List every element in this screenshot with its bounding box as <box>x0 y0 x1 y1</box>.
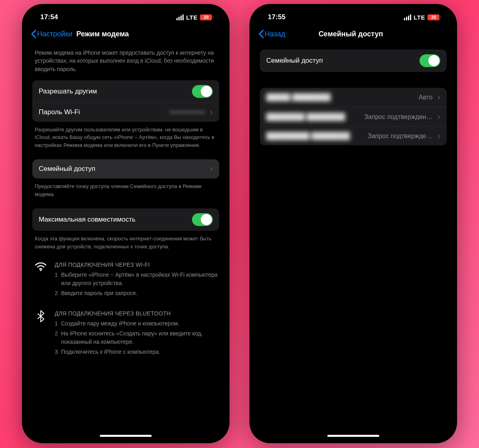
page-title: Режим модема <box>76 30 219 38</box>
member-status: Запрос подтвержден… <box>364 113 432 121</box>
phone-right: 17:55 LTE 20 Назад Семейный доступ Семей… <box>249 4 457 443</box>
chevron-right-icon: › <box>437 132 440 141</box>
instr-wifi: ДЛЯ ПОДКЛЮЧЕНИЯ ЧЕРЕЗ WI-FI Выберите «iP… <box>32 261 219 299</box>
chevron-right-icon: › <box>210 165 213 173</box>
bt-instr-step: Подключитесь к iPhone с компьютера. <box>55 348 218 356</box>
group-family: Семейный доступ › <box>32 159 219 178</box>
svg-point-0 <box>40 270 42 271</box>
wifi-instr-step: Выберите «iPhone ~ Артём» в настройках W… <box>55 271 218 287</box>
nav-bar: Назад Семейный доступ <box>253 27 454 42</box>
network-label: LTE <box>414 14 425 21</box>
chevron-right-icon: › <box>437 93 440 102</box>
allow-footer: Разрешайте другим пользователям или устр… <box>32 122 219 149</box>
group-members: █████ ████████ Авто › ████████ ████████ … <box>260 88 447 145</box>
signal-icon <box>404 14 411 20</box>
bt-instr-head: ДЛЯ ПОДКЛЮЧЕНИЯ ЧЕРЕЗ BLUETOOTH <box>55 309 218 318</box>
member-status: Авто <box>419 94 433 101</box>
wifi-password-value: •••••••••••••••• <box>169 109 205 116</box>
status-time: 17:55 <box>268 13 285 21</box>
wifi-password-label: Пароль Wi-Fi <box>39 108 165 116</box>
battery-level: 20 <box>428 14 439 20</box>
battery-level: 20 <box>200 14 212 20</box>
row-member[interactable]: ████████ ████████ Запрос подтвержден… › <box>260 107 447 126</box>
wifi-icon <box>34 261 48 299</box>
compat-footer: Когда эта функция включена, скорость инт… <box>32 231 219 250</box>
row-wifi-password[interactable]: Пароль Wi-Fi •••••••••••••••• › <box>32 103 219 122</box>
status-bar: 17:54 LTE 20 <box>25 7 226 27</box>
home-indicator[interactable] <box>327 435 379 437</box>
row-member[interactable]: █████████ ████████ Запрос подтвержде… › <box>260 126 447 145</box>
network-label: LTE <box>186 14 198 21</box>
family-toggle[interactable] <box>420 54 440 67</box>
member-name: ████████ ████████ <box>266 113 345 121</box>
chevron-right-icon: › <box>437 113 440 121</box>
row-family-toggle[interactable]: Семейный доступ <box>260 50 447 72</box>
member-status: Запрос подтвержде… <box>368 133 432 140</box>
home-indicator[interactable] <box>100 435 152 437</box>
back-label: Настройки <box>37 30 72 38</box>
wifi-instr-head: ДЛЯ ПОДКЛЮЧЕНИЯ ЧЕРЕЗ WI-FI <box>55 261 218 269</box>
status-time: 17:54 <box>40 13 58 21</box>
intro-text: Режим модема на iPhone может предоставит… <box>32 42 219 80</box>
allow-others-label: Разрешать другим <box>39 87 188 95</box>
chevron-left-icon <box>258 30 264 38</box>
group-family-toggle: Семейный доступ <box>260 50 447 72</box>
compat-label: Максимальная совместимость <box>39 216 188 224</box>
nav-bar: Настройки Режим модема <box>25 27 226 42</box>
chevron-left-icon <box>31 30 36 38</box>
family-footer: Предоставляйте точку доступа членам Семе… <box>32 178 219 198</box>
group-compat: Максимальная совместимость <box>32 208 219 231</box>
battery-icon: 20 <box>428 14 441 20</box>
group-allow: Разрешать другим Пароль Wi-Fi ••••••••••… <box>32 80 219 122</box>
chevron-right-icon: › <box>210 108 213 117</box>
row-allow-others[interactable]: Разрешать другим <box>32 80 219 103</box>
back-label: Назад <box>265 30 285 38</box>
status-bar: 17:55 LTE 20 <box>253 7 454 27</box>
member-name: █████ ████████ <box>266 93 331 101</box>
row-member[interactable]: █████ ████████ Авто › <box>260 88 447 107</box>
page-title: Семейный доступ <box>287 30 447 38</box>
row-family-sharing[interactable]: Семейный доступ › <box>32 159 219 178</box>
compat-toggle[interactable] <box>192 213 213 226</box>
phone-left: 17:54 LTE 20 Настройки Режим модема Режи… <box>22 4 230 443</box>
member-name: █████████ ████████ <box>266 132 350 140</box>
family-label: Семейный доступ <box>39 165 205 173</box>
family-toggle-label: Семейный доступ <box>266 57 416 65</box>
bt-instr-step: Создайте пару между iPhone и компьютером… <box>55 319 218 328</box>
back-button[interactable]: Назад <box>258 30 285 38</box>
allow-others-toggle[interactable] <box>192 85 213 98</box>
wifi-instr-step: Введите пароль при запросе. <box>55 289 218 297</box>
bluetooth-icon <box>34 309 48 358</box>
instr-bluetooth: ДЛЯ ПОДКЛЮЧЕНИЯ ЧЕРЕЗ BLUETOOTH Создайте… <box>32 309 219 358</box>
row-max-compat[interactable]: Максимальная совместимость <box>32 208 219 231</box>
signal-icon <box>176 14 184 20</box>
back-button[interactable]: Настройки <box>31 30 72 38</box>
battery-icon: 20 <box>200 14 214 20</box>
bt-instr-step: На iPhone коснитесь «Создать пару» или в… <box>55 329 218 346</box>
